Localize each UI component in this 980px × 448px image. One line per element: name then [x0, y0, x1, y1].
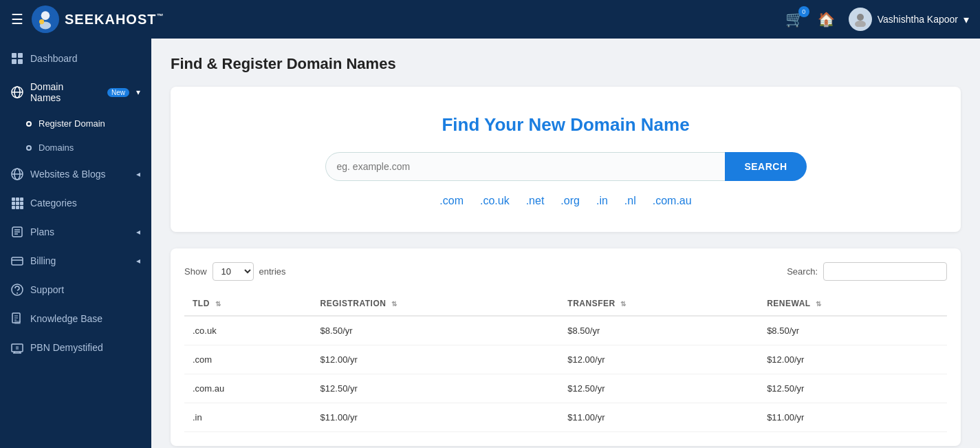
cell-transfer: $11.00/yr — [559, 403, 759, 432]
sidebar-item-billing[interactable]: Billing ◂ — [0, 246, 151, 275]
sidebar-item-label: PBN Demystified — [30, 342, 103, 353]
register-domain-dot — [26, 121, 32, 127]
svg-point-4 — [857, 14, 864, 21]
tld-couk[interactable]: .co.uk — [480, 195, 510, 207]
svg-rect-18 — [20, 198, 23, 201]
domain-search-input[interactable] — [325, 152, 726, 181]
svg-rect-19 — [12, 202, 15, 205]
sidebar-item-label: Register Domain — [39, 118, 105, 129]
svg-rect-23 — [16, 206, 19, 209]
tld-list: .com .co.uk .net .org .in .nl .com.au — [191, 195, 940, 207]
cell-renewal: $11.00/yr — [759, 403, 947, 432]
search-area: Search: — [787, 262, 947, 281]
svg-point-1 — [41, 11, 50, 20]
tld-nl[interactable]: .nl — [624, 195, 636, 207]
cell-registration: $8.50/yr — [312, 316, 560, 345]
cell-renewal: $12.00/yr — [759, 345, 947, 374]
sidebar: Dashboard Domain Names New ▾ Register Do… — [0, 39, 151, 448]
table-row: .co.uk$8.50/yr$8.50/yr$8.50/yr — [184, 316, 947, 345]
sidebar-item-label: Domains — [39, 142, 74, 153]
hamburger-menu[interactable]: ☰ — [11, 11, 23, 28]
page-title: Find & Register Domain Names — [171, 55, 961, 73]
svg-rect-16 — [12, 198, 15, 201]
sidebar-item-label: Domain Names — [30, 81, 96, 103]
pbn-icon — [11, 341, 23, 354]
sidebar-item-label: Billing — [30, 255, 56, 266]
cell-transfer: $12.00/yr — [559, 345, 759, 374]
cart-button[interactable]: 🛒 0 — [785, 10, 804, 28]
show-label: Show — [184, 266, 207, 277]
svg-rect-8 — [12, 59, 17, 64]
svg-rect-37 — [14, 321, 21, 324]
tld-com[interactable]: .com — [439, 195, 464, 207]
show-entries: Show 10 25 50 100 entries — [184, 262, 286, 281]
plans-icon — [11, 226, 23, 238]
cell-registration: $12.00/yr — [312, 345, 560, 374]
support-icon — [11, 284, 23, 296]
sidebar-item-register-domain[interactable]: Register Domain — [0, 111, 151, 136]
logo-trademark: ™ — [156, 12, 164, 20]
sidebar-item-domains[interactable]: Domains — [0, 136, 151, 160]
cell-renewal: $12.50/yr — [759, 374, 947, 403]
home-button[interactable]: 🏠 — [818, 11, 835, 28]
tld-comau[interactable]: .com.au — [653, 195, 692, 207]
cell-renewal: $8.50/yr — [759, 316, 947, 345]
svg-point-3 — [39, 19, 44, 24]
top-header: ☰ SEEKAHOST™ 🛒 0 🏠 Vashi — [0, 0, 980, 39]
user-avatar — [849, 8, 872, 31]
sidebar-item-label: Support — [30, 284, 64, 295]
new-badge: New — [107, 88, 129, 97]
svg-point-5 — [855, 21, 866, 27]
cell-transfer: $12.50/yr — [559, 374, 759, 403]
renewal-sort-icon: ⇅ — [816, 300, 822, 308]
sidebar-item-support[interactable]: Support — [0, 275, 151, 304]
user-menu[interactable]: Vashishtha Kapoor ▾ — [849, 8, 969, 31]
registration-sort-icon: ⇅ — [391, 300, 398, 308]
pricing-table: TLD ⇅ REGISTRATION ⇅ TRANSFER ⇅ RENEWAL … — [184, 292, 947, 432]
cell-transfer: $8.50/yr — [559, 316, 759, 345]
svg-rect-7 — [18, 53, 23, 58]
dashboard-icon — [11, 52, 23, 65]
svg-rect-42 — [16, 346, 19, 350]
tld-org[interactable]: .org — [560, 195, 580, 207]
col-registration[interactable]: REGISTRATION ⇅ — [312, 292, 560, 316]
table-row: .in$11.00/yr$11.00/yr$11.00/yr — [184, 403, 947, 432]
sidebar-item-label: Dashboard — [30, 53, 78, 64]
entries-select[interactable]: 10 25 50 100 — [213, 262, 254, 281]
knowledge-base-icon — [11, 312, 23, 325]
cell-registration: $11.00/yr — [312, 403, 560, 432]
cell-tld: .com.au — [184, 374, 312, 403]
sidebar-item-dashboard[interactable]: Dashboard — [0, 44, 151, 73]
tld-in[interactable]: .in — [596, 195, 608, 207]
table-body: .co.uk$8.50/yr$8.50/yr$8.50/yr.com$12.00… — [184, 316, 947, 432]
sidebar-item-label: Knowledge Base — [30, 313, 102, 324]
categories-icon — [11, 197, 23, 209]
sidebar-item-categories[interactable]: Categories — [0, 189, 151, 217]
plans-chevron: ◂ — [136, 227, 140, 237]
col-renewal[interactable]: RENEWAL ⇅ — [759, 292, 947, 316]
search-card-title: Find Your New Domain Name — [191, 114, 940, 136]
entries-label: entries — [259, 266, 286, 277]
tld-sort-icon: ⇅ — [215, 300, 221, 308]
sidebar-item-label: Websites & Blogs — [30, 169, 105, 180]
sidebar-item-domain-names[interactable]: Domain Names New ▾ — [0, 73, 151, 111]
sidebar-item-pbn-demystified[interactable]: PBN Demystified — [0, 333, 151, 362]
header-right: 🛒 0 🏠 Vashishtha Kapoor ▾ — [785, 8, 969, 31]
col-tld[interactable]: TLD ⇅ — [184, 292, 312, 316]
svg-rect-9 — [18, 59, 23, 64]
tld-net[interactable]: .net — [526, 195, 545, 207]
sidebar-item-label: Categories — [30, 198, 77, 209]
websites-chevron: ◂ — [136, 169, 140, 179]
table-section: Show 10 25 50 100 entries Search: TLD — [171, 248, 961, 446]
sidebar-item-knowledge-base[interactable]: Knowledge Base — [0, 304, 151, 333]
search-label: Search: — [787, 266, 818, 277]
table-row: .com$12.00/yr$12.00/yr$12.00/yr — [184, 345, 947, 374]
svg-rect-29 — [12, 257, 23, 265]
search-button[interactable]: SEARCH — [725, 152, 806, 181]
logo-area: SEEKAHOST™ — [32, 6, 164, 33]
user-name: Vashishtha Kapoor — [878, 14, 958, 25]
sidebar-item-plans[interactable]: Plans ◂ — [0, 217, 151, 246]
table-search-input[interactable] — [823, 262, 947, 281]
col-transfer[interactable]: TRANSFER ⇅ — [559, 292, 759, 316]
sidebar-item-websites-blogs[interactable]: Websites & Blogs ◂ — [0, 160, 151, 189]
